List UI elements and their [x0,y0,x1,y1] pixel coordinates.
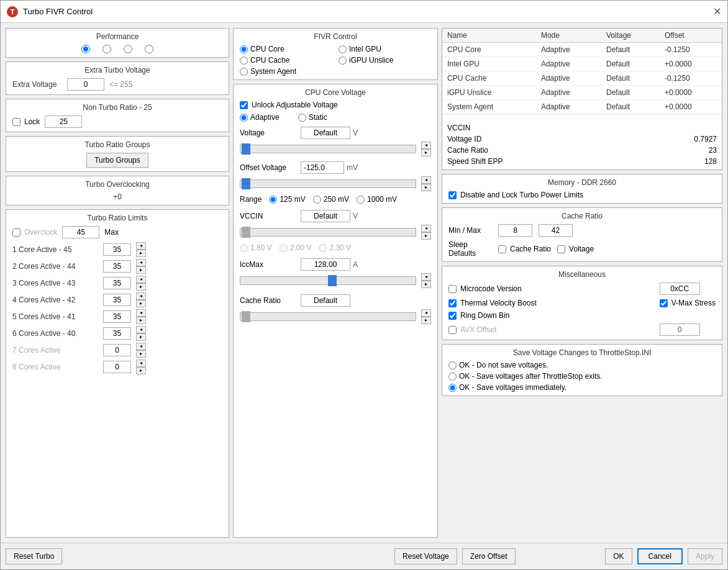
offset-up-btn[interactable]: ◂ [421,176,431,184]
apply-button[interactable]: Apply [688,548,722,564]
overclock-checkbox[interactable] [12,228,20,237]
ring-down-checkbox[interactable] [448,312,457,320]
turbo-input-5[interactable] [103,327,131,340]
iccmax-input[interactable] [301,258,350,271]
cache-ratio-slider-thumb[interactable] [242,311,250,322]
range-250-input[interactable] [313,196,321,204]
sleep-voltage-checkbox[interactable] [557,245,565,253]
iccmax-up-btn[interactable]: ◂ [421,273,431,281]
turbo-up-btn-5[interactable]: ◂ [136,326,146,333]
fivr-radio-system-agent[interactable] [240,68,248,76]
range-250mv[interactable]: 250 mV [313,195,349,204]
turbo-input-6[interactable] [103,344,131,356]
thermal-velocity-checkbox[interactable] [448,299,457,307]
iccmax-down-btn[interactable]: ▸ [421,281,431,288]
perf-radio-0[interactable] [81,45,90,53]
adaptive-radio-input[interactable] [240,114,248,122]
voltage-slider-track[interactable] [240,145,416,153]
perf-radio-2[interactable] [124,45,132,53]
turbo-up-btn-1[interactable]: ◂ [136,259,146,266]
voltage-slider-thumb[interactable] [242,143,250,155]
save-option-1[interactable]: OK - Save voltages after ThrottleStop ex… [448,372,716,381]
turbo-up-btn-3[interactable]: ◂ [136,292,146,300]
voltage-up-btn[interactable]: ◂ [421,142,431,149]
vccin-230-input[interactable] [319,244,327,252]
turbo-input-4[interactable] [103,310,131,323]
turbo-down-btn-5[interactable]: ▸ [136,333,146,341]
avx-offset-checkbox[interactable] [448,326,457,334]
vccin-slider-track[interactable] [240,228,416,237]
save-option-2[interactable]: OK - Save voltages immediately. [448,383,716,392]
lock-checkbox[interactable] [12,118,20,126]
reset-turbo-button[interactable]: Reset Turbo [6,548,62,564]
reset-voltage-button[interactable]: Reset Voltage [394,548,457,564]
turbo-up-btn-6[interactable]: ◂ [136,343,146,350]
static-radio[interactable]: Static [298,113,327,122]
unlock-checkbox[interactable] [240,101,248,109]
static-radio-input[interactable] [298,114,306,122]
turbo-up-btn-4[interactable]: ◂ [136,309,146,317]
vccin-up-btn[interactable]: ◂ [421,225,431,232]
turbo-input-2[interactable] [103,277,131,289]
microcode-input[interactable] [660,283,700,295]
range-125-input[interactable] [269,196,277,204]
vccin-180-input[interactable] [240,244,248,252]
disable-lock-checkbox[interactable] [448,191,457,199]
vccin-input[interactable] [301,210,350,222]
cache-ratio-slider-track[interactable] [240,312,416,321]
offset-slider-track[interactable] [240,179,416,188]
turbo-up-btn-2[interactable]: ◂ [136,276,146,283]
avx-offset-input[interactable] [660,323,700,336]
fivr-cpu-core[interactable]: CPU Core [240,45,332,53]
non-turbo-input[interactable] [45,115,82,128]
vccin-200-input[interactable] [280,244,288,252]
perf-radio-3[interactable] [145,45,153,53]
perf-radio-input-1[interactable] [102,45,111,53]
range-1000mv[interactable]: 1000 mV [357,195,397,204]
turbo-down-btn-6[interactable]: ▸ [136,350,146,358]
fivr-radio-igpu-unslice[interactable] [339,57,347,65]
range-125mv[interactable]: 125 mV [269,195,305,204]
fivr-radio-cpu-cache[interactable] [240,57,248,65]
turbo-up-btn-7[interactable]: ◂ [136,360,146,367]
vccin-down-btn[interactable]: ▸ [421,232,431,240]
turbo-down-btn-3[interactable]: ▸ [136,300,146,307]
vmax-checkbox[interactable] [660,299,668,307]
cache-min-input[interactable] [498,224,532,237]
voltage-down-btn[interactable]: ▸ [421,149,431,156]
fivr-radio-cpu-core[interactable] [240,45,248,53]
turbo-down-btn-1[interactable]: ▸ [136,266,146,274]
adaptive-radio[interactable]: Adaptive [240,113,280,122]
fivr-igpu-unslice[interactable]: iGPU Unslice [339,56,431,65]
turbo-up-btn-0[interactable]: ◂ [136,242,146,250]
ok-button[interactable]: OK [605,548,632,564]
iccmax-slider-track[interactable] [240,276,416,285]
cache-ratio-down-btn[interactable]: ▸ [421,317,431,324]
voltage-input[interactable] [301,127,350,139]
offset-slider-thumb[interactable] [242,178,250,189]
turbo-input-0[interactable] [103,243,131,256]
turbo-groups-button[interactable]: Turbo Groups [86,153,148,168]
turbo-down-btn-4[interactable]: ▸ [136,317,146,324]
microcode-checkbox[interactable] [448,285,457,293]
turbo-down-btn-2[interactable]: ▸ [136,283,146,291]
turbo-input-3[interactable] [103,294,131,306]
vccin-180v[interactable]: 1.80 V [240,243,272,252]
fivr-radio-intel-gpu[interactable] [339,45,347,53]
save-radio-0[interactable] [448,361,457,369]
cache-max-input[interactable] [539,224,573,237]
overclock-input[interactable] [62,226,99,238]
perf-radio-input-2[interactable] [124,45,132,53]
fivr-system-agent[interactable]: System Agent [240,67,332,76]
cache-ratio-input[interactable] [301,294,350,307]
extra-voltage-input[interactable]: 0 [67,78,104,91]
save-radio-2[interactable] [448,384,457,392]
vccin-230v[interactable]: 2.30 V [319,243,351,252]
sleep-cache-ratio-checkbox[interactable] [498,245,506,253]
cache-ratio-up-btn[interactable]: ◂ [421,309,431,317]
zero-offset-button[interactable]: Zero Offset [462,548,516,564]
vccin-slider-thumb[interactable] [242,227,250,238]
turbo-down-btn-7[interactable]: ▸ [136,367,146,374]
save-radio-1[interactable] [448,373,457,381]
perf-radio-input-0[interactable] [81,45,90,53]
